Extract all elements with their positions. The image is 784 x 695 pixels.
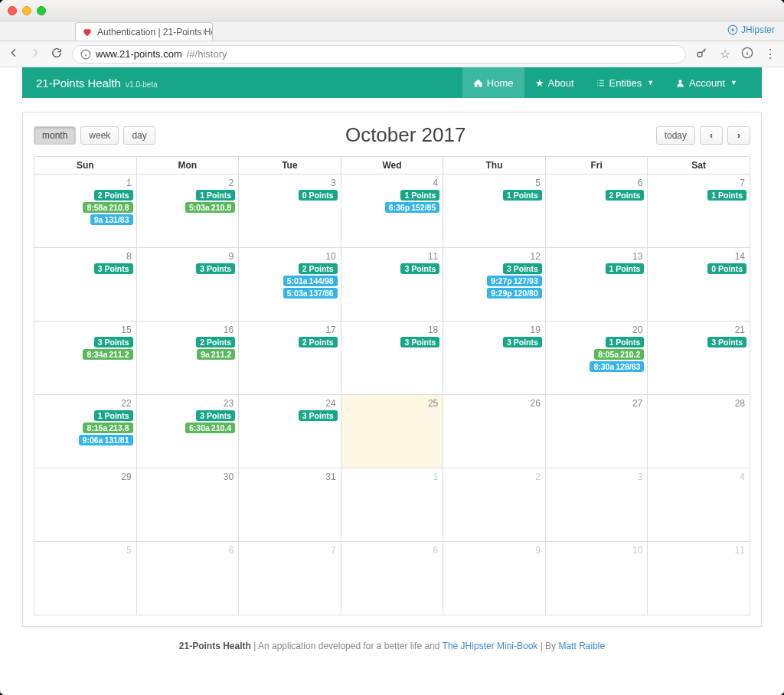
event-bp[interactable]: 8:30a128/83 — [590, 361, 644, 372]
calendar-cell[interactable]: 153 Points8:34a211.2 — [34, 321, 137, 395]
close-tab-icon[interactable]: × — [202, 27, 207, 38]
calendar-cell[interactable]: 30 Points — [239, 175, 341, 248]
nav-about[interactable]: ★ About — [524, 67, 585, 98]
calendar-cell[interactable]: 71 Points — [648, 175, 750, 248]
calendar-cell[interactable]: 28 — [648, 395, 750, 468]
calendar-cell[interactable]: 6 — [136, 542, 239, 615]
calendar-cell[interactable]: 31 — [239, 468, 341, 542]
calendar-cell[interactable]: 213 Points — [648, 321, 750, 395]
calendar-cell[interactable]: 26 — [443, 395, 546, 468]
event-points[interactable]: 1 Points — [196, 190, 235, 201]
event-bp[interactable]: 5:01a144/98 — [283, 276, 338, 286]
info-toolbar-icon[interactable] — [741, 47, 753, 62]
event-bp[interactable]: 5:03a137/86 — [283, 288, 338, 299]
event-points[interactable]: 2 Points — [196, 337, 235, 348]
calendar-cell[interactable]: 8 — [341, 542, 443, 615]
event-bp[interactable]: 9:06a131/81 — [79, 435, 133, 445]
event-points[interactable]: 3 Points — [196, 410, 235, 421]
event-points[interactable]: 1 Points — [606, 263, 645, 274]
event-weight[interactable]: 8:58a210.8 — [83, 202, 132, 213]
calendar-cell[interactable]: 27 — [545, 395, 648, 468]
calendar-cell[interactable]: 162 Points9a211.2 — [136, 321, 239, 395]
event-weight[interactable]: 5:03a210.8 — [185, 202, 235, 213]
event-points[interactable]: 1 Points — [503, 190, 542, 201]
event-points[interactable]: 1 Points — [606, 337, 645, 348]
calendar-cell[interactable]: 243 Points — [239, 395, 341, 468]
event-points[interactable]: 0 Points — [707, 263, 746, 274]
calendar-cell[interactable]: 5 — [34, 542, 137, 615]
event-weight[interactable]: 6:30a210.4 — [185, 423, 235, 433]
calendar-cell[interactable]: 7 — [239, 542, 341, 615]
view-week-button[interactable]: week — [80, 126, 119, 145]
event-points[interactable]: 3 Points — [94, 337, 133, 348]
browser-tab[interactable]: Authentication | 21-Points Hea × — [75, 22, 213, 41]
view-month-button[interactable]: month — [34, 126, 76, 145]
brand[interactable]: 21-Points Health v1.0-beta — [36, 77, 158, 90]
maximize-window-icon[interactable] — [37, 6, 46, 15]
calendar-cell[interactable]: 30 — [136, 468, 239, 542]
calendar-cell[interactable]: 131 Points — [545, 248, 648, 321]
calendar-cell[interactable]: 172 Points — [239, 321, 341, 395]
address-bar[interactable]: www.21-points.com/#/history — [72, 45, 686, 64]
calendar-cell[interactable]: 201 Points8:05a210.28:30a128/83 — [545, 321, 648, 395]
calendar-cell[interactable]: 113 Points — [341, 248, 443, 321]
event-points[interactable]: 3 Points — [503, 263, 542, 274]
calendar-cell[interactable]: 3 — [545, 468, 648, 542]
reload-button[interactable] — [51, 47, 63, 61]
event-points[interactable]: 3 Points — [94, 263, 133, 274]
footer-book-link[interactable]: The JHipster Mini-Book — [443, 641, 538, 651]
event-bp[interactable]: 6:36p152/85 — [385, 202, 440, 213]
calendar-cell[interactable]: 102 Points5:01a144/985:03a137/86 — [239, 248, 341, 321]
event-points[interactable]: 2 Points — [94, 190, 133, 201]
nav-account[interactable]: Account ▼ — [665, 67, 748, 98]
event-points[interactable]: 3 Points — [196, 263, 235, 274]
today-button[interactable]: today — [656, 126, 695, 145]
prev-month-button[interactable]: ‹ — [700, 126, 723, 145]
calendar-cell[interactable]: 41 Points6:36p152/85 — [341, 175, 443, 248]
event-weight[interactable]: 8:34a211.2 — [83, 349, 132, 360]
calendar-cell[interactable]: 233 Points6:30a210.4 — [136, 395, 239, 468]
event-points[interactable]: 3 Points — [400, 337, 439, 348]
next-month-button[interactable]: › — [727, 126, 750, 145]
event-weight[interactable]: 9a211.2 — [197, 349, 235, 360]
event-points[interactable]: 3 Points — [299, 410, 338, 421]
calendar-cell[interactable]: 2 — [443, 468, 546, 542]
calendar-cell[interactable]: 1 — [341, 468, 443, 542]
event-points[interactable]: 1 Points — [94, 410, 133, 421]
calendar-cell[interactable]: 11 — [648, 542, 750, 615]
minimize-window-icon[interactable] — [22, 6, 31, 15]
calendar-cell[interactable]: 221 Points8:15a213.89:06a131/81 — [34, 395, 137, 468]
event-points[interactable]: 3 Points — [503, 337, 542, 348]
event-points[interactable]: 2 Points — [299, 337, 338, 348]
event-bp[interactable]: 9a131/83 — [90, 214, 133, 225]
event-points[interactable]: 1 Points — [400, 190, 439, 201]
footer-author-link[interactable]: Matt Raible — [558, 641, 605, 651]
event-points[interactable]: 2 Points — [606, 190, 645, 201]
extension-jhipster[interactable]: JHipster — [727, 24, 775, 35]
event-points[interactable]: 3 Points — [400, 263, 439, 274]
calendar-cell[interactable]: 183 Points — [341, 321, 443, 395]
calendar-cell[interactable]: 140 Points — [648, 248, 750, 321]
calendar-cell[interactable]: 10 — [545, 542, 648, 615]
star-icon[interactable]: ☆ — [720, 47, 730, 61]
view-day-button[interactable]: day — [123, 126, 155, 145]
back-button[interactable] — [8, 47, 20, 61]
event-points[interactable]: 0 Points — [299, 190, 338, 201]
calendar-cell[interactable]: 83 Points — [34, 248, 137, 321]
nav-entities[interactable]: Entities ▼ — [585, 67, 665, 98]
calendar-cell[interactable]: 51 Points — [443, 175, 546, 248]
close-window-icon[interactable] — [8, 6, 17, 15]
event-bp[interactable]: 9:29p120/80 — [487, 288, 542, 299]
calendar-cell[interactable]: 21 Points5:03a210.8 — [136, 175, 239, 248]
calendar-cell[interactable]: 93 Points — [136, 248, 239, 321]
calendar-cell[interactable]: 4 — [648, 468, 750, 542]
calendar-cell[interactable]: 29 — [34, 468, 137, 542]
event-weight[interactable]: 8:15a213.8 — [83, 423, 132, 433]
calendar-cell[interactable]: 25 — [341, 395, 443, 468]
event-weight[interactable]: 8:05a210.2 — [594, 349, 644, 360]
calendar-cell[interactable]: 9 — [443, 542, 546, 615]
event-points[interactable]: 1 Points — [707, 190, 746, 201]
menu-icon[interactable]: ⋮ — [764, 47, 776, 61]
calendar-cell[interactable]: 123 Points9:27p127/939:29p120/80 — [443, 248, 546, 321]
calendar-cell[interactable]: 12 Points8:58a210.89a131/83 — [34, 175, 137, 248]
